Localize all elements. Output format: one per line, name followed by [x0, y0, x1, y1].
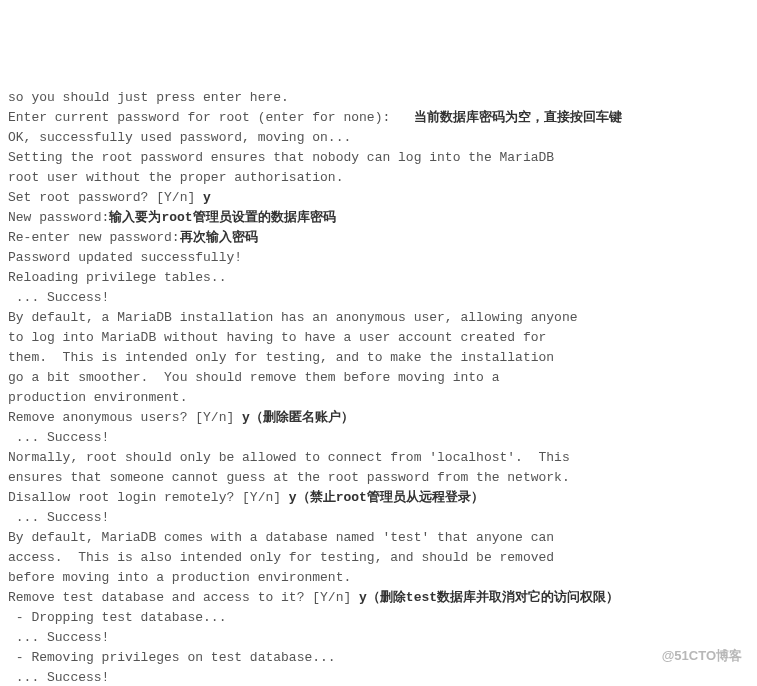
terminal-line: Remove anonymous users? [Y/n] y（删除匿名账户）: [8, 408, 749, 428]
output-text: By default, a MariaDB installation has a…: [8, 310, 578, 325]
terminal-line: Enter current password for root (enter f…: [8, 108, 749, 128]
output-text: By default, MariaDB comes with a databas…: [8, 530, 554, 545]
output-text: - Dropping test database...: [8, 610, 226, 625]
terminal-line: so you should just press enter here.: [8, 88, 749, 108]
terminal-output: so you should just press enter here.Ente…: [8, 88, 749, 686]
output-text: root user without the proper authorisati…: [8, 170, 343, 185]
output-text: Password updated successfully!: [8, 250, 242, 265]
terminal-line: New password:输入要为root管理员设置的数据库密码: [8, 208, 749, 228]
output-text: Disallow root login remotely? [Y/n]: [8, 490, 289, 505]
output-text: New password:: [8, 210, 109, 225]
terminal-line: Reloading privilege tables..: [8, 268, 749, 288]
output-text: Re-enter new password:: [8, 230, 180, 245]
output-text: Remove test database and access to it? […: [8, 590, 359, 605]
terminal-line: - Dropping test database...: [8, 608, 749, 628]
annotation-text: y（删除匿名账户）: [242, 410, 354, 425]
output-text: ... Success!: [8, 670, 109, 685]
terminal-line: access. This is also intended only for t…: [8, 548, 749, 568]
terminal-line: ... Success!: [8, 428, 749, 448]
output-text: Reloading privilege tables..: [8, 270, 226, 285]
output-text: before moving into a production environm…: [8, 570, 351, 585]
output-text: OK, successfully used password, moving o…: [8, 130, 351, 145]
terminal-line: to log into MariaDB without having to ha…: [8, 328, 749, 348]
terminal-line: Re-enter new password:再次输入密码: [8, 228, 749, 248]
annotation-text: 输入要为root管理员设置的数据库密码: [109, 210, 335, 225]
output-text: ... Success!: [8, 510, 109, 525]
terminal-line: ... Success!: [8, 288, 749, 308]
terminal-line: them. This is intended only for testing,…: [8, 348, 749, 368]
terminal-line: By default, a MariaDB installation has a…: [8, 308, 749, 328]
output-text: production environment.: [8, 390, 187, 405]
terminal-line: ensures that someone cannot guess at the…: [8, 468, 749, 488]
output-text: so you should just press enter here.: [8, 90, 289, 105]
terminal-line: Normally, root should only be allowed to…: [8, 448, 749, 468]
output-text: access. This is also intended only for t…: [8, 550, 554, 565]
terminal-line: Remove test database and access to it? […: [8, 588, 749, 608]
output-text: to log into MariaDB without having to ha…: [8, 330, 546, 345]
output-text: ... Success!: [8, 630, 109, 645]
annotation-text: y: [203, 190, 211, 205]
output-text: Remove anonymous users? [Y/n]: [8, 410, 242, 425]
annotation-text: y（禁止root管理员从远程登录）: [289, 490, 484, 505]
terminal-line: ... Success!: [8, 668, 749, 686]
terminal-line: Set root password? [Y/n] y: [8, 188, 749, 208]
terminal-line: ... Success!: [8, 628, 749, 648]
terminal-line: OK, successfully used password, moving o…: [8, 128, 749, 148]
terminal-line: By default, MariaDB comes with a databas…: [8, 528, 749, 548]
terminal-line: ... Success!: [8, 508, 749, 528]
output-text: Setting the root password ensures that n…: [8, 150, 554, 165]
output-text: ... Success!: [8, 290, 109, 305]
terminal-line: before moving into a production environm…: [8, 568, 749, 588]
terminal-line: production environment.: [8, 388, 749, 408]
annotation-text: 当前数据库密码为空，直接按回车键: [414, 110, 622, 125]
terminal-line: - Removing privileges on test database..…: [8, 648, 749, 668]
output-text: go a bit smoother. You should remove the…: [8, 370, 499, 385]
terminal-line: go a bit smoother. You should remove the…: [8, 368, 749, 388]
output-text: ensures that someone cannot guess at the…: [8, 470, 570, 485]
terminal-line: Password updated successfully!: [8, 248, 749, 268]
output-text: ... Success!: [8, 430, 109, 445]
annotation-text: y（删除test数据库并取消对它的访问权限）: [359, 590, 619, 605]
output-text: Enter current password for root (enter f…: [8, 110, 414, 125]
output-text: Set root password? [Y/n]: [8, 190, 203, 205]
output-text: - Removing privileges on test database..…: [8, 650, 336, 665]
terminal-line: root user without the proper authorisati…: [8, 168, 749, 188]
output-text: them. This is intended only for testing,…: [8, 350, 554, 365]
output-text: Normally, root should only be allowed to…: [8, 450, 570, 465]
watermark-text: @51CTO博客: [662, 646, 742, 666]
annotation-text: 再次输入密码: [180, 230, 258, 245]
terminal-line: Setting the root password ensures that n…: [8, 148, 749, 168]
terminal-line: Disallow root login remotely? [Y/n] y（禁止…: [8, 488, 749, 508]
